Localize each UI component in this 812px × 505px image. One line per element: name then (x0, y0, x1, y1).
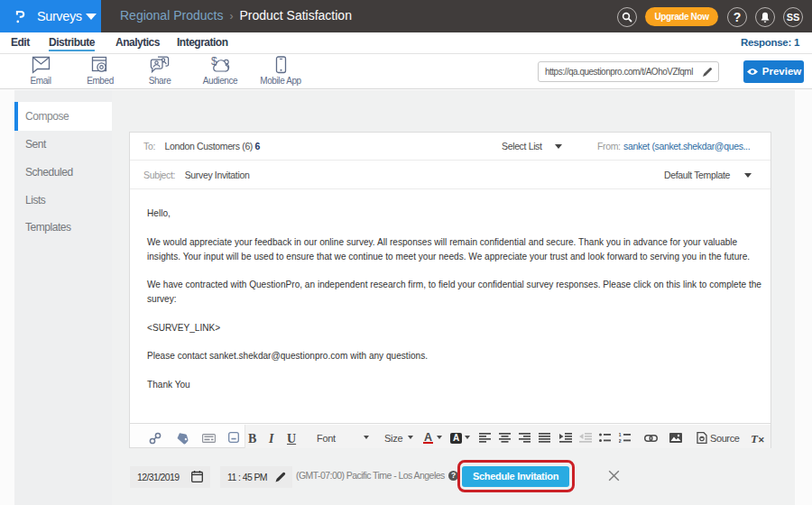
svg-text:2: 2 (619, 438, 622, 443)
svg-text:1: 1 (619, 433, 622, 437)
